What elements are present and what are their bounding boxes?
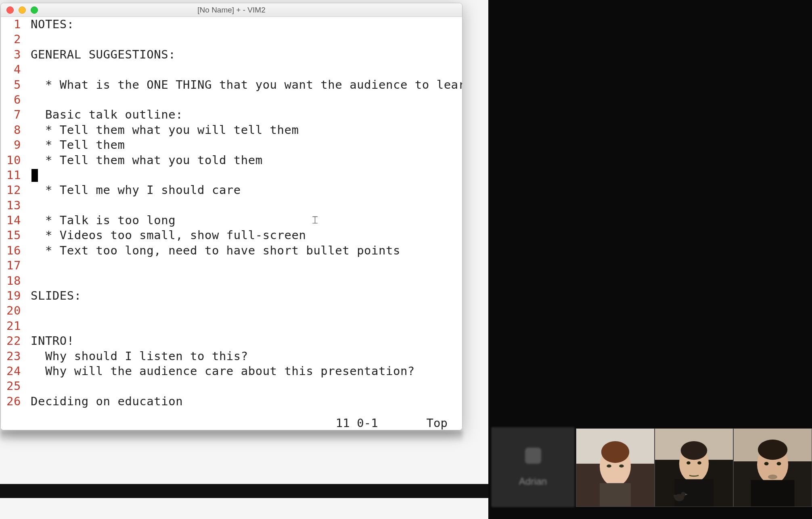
participant-video-2 xyxy=(655,429,733,506)
close-icon[interactable] xyxy=(6,6,14,14)
editor-line[interactable]: 4 xyxy=(1,62,462,77)
line-number: 23 xyxy=(1,349,23,364)
editor-line[interactable]: 12 * Tell me why I should care xyxy=(1,183,462,198)
os-bottom-bar xyxy=(0,484,488,498)
editor-line[interactable]: 11 xyxy=(1,168,462,183)
line-number: 25 xyxy=(1,379,23,394)
line-number: 6 xyxy=(1,92,23,107)
line-number: 9 xyxy=(1,138,23,152)
participant-tile-2[interactable] xyxy=(655,428,733,507)
maximize-icon[interactable] xyxy=(31,6,38,14)
vim-window: [No Name] + - VIM2 1 NOTES:2 3 GENERAL S… xyxy=(0,3,463,430)
editor-line[interactable]: 13 xyxy=(1,198,462,213)
editor-line[interactable]: 21 xyxy=(1,319,462,333)
svg-point-10 xyxy=(681,441,707,460)
line-text xyxy=(23,198,31,213)
line-text: * Tell them what you will tell them xyxy=(23,123,299,138)
line-text: INTRO! xyxy=(23,333,74,348)
participant-name-label: Adrian xyxy=(519,476,547,487)
editor-line[interactable]: 23 Why should I listen to this? xyxy=(1,349,462,364)
editor-line[interactable]: 5 * What is the ONE THING that you want … xyxy=(1,77,462,92)
participant-video-1 xyxy=(576,429,654,506)
line-text xyxy=(23,32,31,47)
editor-line[interactable]: 2 xyxy=(1,32,462,47)
editor-line[interactable]: 10 * Tell them what you told them xyxy=(1,153,462,168)
svg-point-21 xyxy=(764,462,769,465)
line-number: 24 xyxy=(1,364,23,379)
svg-point-5 xyxy=(607,465,611,468)
line-number: 16 xyxy=(1,243,23,258)
line-text: Deciding on education xyxy=(23,394,183,409)
line-number: 18 xyxy=(1,273,23,288)
line-text: NOTES: xyxy=(23,17,74,32)
line-number: 17 xyxy=(1,258,23,273)
line-text: Why should I listen to this? xyxy=(23,349,248,364)
editor-line[interactable]: 25 xyxy=(1,379,462,394)
svg-point-23 xyxy=(768,475,777,479)
line-number: 7 xyxy=(1,107,23,122)
editor-line[interactable]: 7 Basic talk outline: xyxy=(1,107,462,122)
camera-off-icon xyxy=(525,448,541,464)
line-text: SLIDES: xyxy=(23,288,82,303)
line-text: * Tell them xyxy=(23,138,125,152)
cursor-position: 11 0-1 xyxy=(336,416,378,430)
line-text: Why will the audience care about this pr… xyxy=(23,364,415,379)
editor-line[interactable]: 19 SLIDES: xyxy=(1,288,462,303)
vim-cursor xyxy=(31,169,38,182)
bird-decoration-icon xyxy=(669,486,689,502)
line-text: GENERAL SUGGESTIONS: xyxy=(23,47,176,62)
line-text: * Videos too small, show full-screen xyxy=(23,228,306,243)
text-cursor-pointer-icon: ⌶ xyxy=(312,215,318,225)
editor-line[interactable]: 1 NOTES: xyxy=(1,17,462,32)
line-number: 12 xyxy=(1,183,23,198)
line-number: 21 xyxy=(1,319,23,333)
svg-point-22 xyxy=(777,462,781,465)
line-number: 5 xyxy=(1,77,23,92)
editor-line[interactable]: 20 xyxy=(1,303,462,318)
line-text xyxy=(23,92,31,107)
editor-line[interactable]: 3 GENERAL SUGGESTIONS: xyxy=(1,47,462,62)
line-number: 1 xyxy=(1,17,23,32)
editor-line[interactable]: 16 * Text too long, need to have short b… xyxy=(1,243,462,258)
titlebar[interactable]: [No Name] + - VIM2 xyxy=(1,3,462,17)
svg-point-15 xyxy=(681,492,686,497)
editor-line[interactable]: 22 INTRO! xyxy=(1,333,462,348)
line-text xyxy=(23,168,31,183)
editor-line[interactable]: 17 xyxy=(1,258,462,273)
editor-line[interactable]: 15 * Videos too small, show full-screen xyxy=(1,228,462,243)
line-text xyxy=(23,258,31,273)
video-call-strip: Adrian xyxy=(492,427,812,507)
editor-line[interactable]: 26 Deciding on education xyxy=(1,394,462,409)
line-number: 14 xyxy=(1,213,23,228)
line-text: Basic talk outline: xyxy=(23,107,183,122)
editor-line[interactable]: 14 * Talk is too long xyxy=(1,213,462,228)
line-text xyxy=(23,273,31,288)
participant-tile-blurred[interactable]: Adrian xyxy=(492,427,574,507)
line-number: 4 xyxy=(1,62,23,77)
editor-line[interactable]: 18 xyxy=(1,273,462,288)
editor-line[interactable]: 9 * Tell them xyxy=(1,138,462,152)
window-title: [No Name] + - VIM2 xyxy=(1,6,462,15)
line-text: * Text too long, need to have short bull… xyxy=(23,243,400,258)
line-number: 3 xyxy=(1,47,23,62)
editor-line[interactable]: 6 xyxy=(1,92,462,107)
editor-line[interactable]: 24 Why will the audience care about this… xyxy=(1,364,462,379)
line-text: * Talk is too long xyxy=(23,213,176,228)
participant-tile-3[interactable] xyxy=(733,428,812,507)
line-number: 13 xyxy=(1,198,23,213)
svg-rect-4 xyxy=(600,483,631,506)
scroll-indicator: Top xyxy=(427,416,448,430)
minimize-icon[interactable] xyxy=(19,6,26,14)
traffic-lights xyxy=(6,6,38,14)
svg-rect-20 xyxy=(751,480,794,506)
line-number: 19 xyxy=(1,288,23,303)
editor-line[interactable]: 8 * Tell them what you will tell them xyxy=(1,123,462,138)
line-number: 8 xyxy=(1,123,23,138)
participant-video-3 xyxy=(734,429,812,506)
svg-point-19 xyxy=(758,440,787,460)
line-number: 15 xyxy=(1,228,23,243)
svg-point-6 xyxy=(619,465,624,468)
participant-tile-1[interactable] xyxy=(576,428,655,507)
editor-area[interactable]: 1 NOTES:2 3 GENERAL SUGGESTIONS:4 5 * Wh… xyxy=(1,17,462,430)
line-number: 2 xyxy=(1,32,23,47)
